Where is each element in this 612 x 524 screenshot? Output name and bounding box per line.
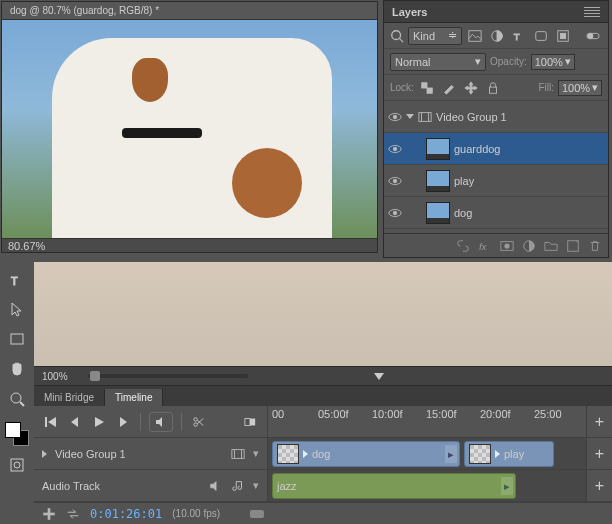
- new-layer-icon[interactable]: [566, 239, 580, 253]
- speaker-icon[interactable]: [209, 479, 223, 493]
- filter-kind-dropdown[interactable]: Kind≑: [408, 27, 462, 45]
- svg-rect-44: [232, 449, 244, 458]
- prev-frame-icon[interactable]: [66, 413, 84, 431]
- svg-text:T: T: [514, 31, 520, 42]
- svg-rect-35: [45, 417, 47, 427]
- zoom-tool-icon[interactable]: [5, 388, 29, 410]
- go-start-icon[interactable]: [42, 413, 60, 431]
- layer-thumbnail: [426, 202, 450, 224]
- lock-brush-icon[interactable]: [440, 79, 458, 97]
- time-ruler[interactable]: 00 05:00f 10:00f 15:00f 20:00f 25:00: [268, 406, 586, 437]
- rectangle-tool-icon[interactable]: [5, 328, 29, 350]
- track-name: Video Group 1: [55, 448, 126, 460]
- playhead-icon[interactable]: [374, 373, 384, 380]
- clip-label: jazz: [277, 480, 297, 492]
- filter-shape-icon[interactable]: [532, 27, 550, 45]
- play-icon[interactable]: [90, 413, 108, 431]
- path-select-tool-icon[interactable]: [5, 298, 29, 320]
- split-icon[interactable]: [190, 413, 208, 431]
- layer-item-guarddog[interactable]: guarddog: [384, 133, 608, 165]
- filter-adjustment-icon[interactable]: [488, 27, 506, 45]
- lock-all-icon[interactable]: [484, 79, 502, 97]
- lock-transparency-icon[interactable]: [418, 79, 436, 97]
- preview-zoom-bar: 100%: [34, 366, 612, 386]
- clip-thumbnail: [277, 444, 299, 464]
- svg-line-32: [20, 402, 24, 406]
- timecode[interactable]: 0:01:26:01: [90, 507, 162, 521]
- svg-rect-5: [536, 31, 547, 40]
- video-track: Video Group 1 ▾ dog ▸ play +: [34, 438, 612, 470]
- preview-zoom[interactable]: 100%: [42, 371, 82, 382]
- svg-marker-37: [71, 417, 78, 427]
- next-frame-icon[interactable]: [114, 413, 132, 431]
- layers-panel: Layers Kind≑ T Normal▾ Opacity: 100%▾ Lo…: [383, 0, 609, 258]
- svg-rect-28: [568, 240, 579, 251]
- settings-icon[interactable]: [42, 507, 56, 521]
- audio-track: Audio Track ▾ jazz ▸ +: [34, 470, 612, 502]
- mask-icon[interactable]: [500, 239, 514, 253]
- clip-play[interactable]: play: [464, 441, 554, 467]
- zoom-level[interactable]: 80.67%: [8, 240, 45, 252]
- visibility-icon[interactable]: [388, 206, 402, 220]
- add-audio-icon[interactable]: +: [586, 470, 612, 501]
- convert-icon[interactable]: [66, 507, 80, 521]
- expand-track-icon[interactable]: [42, 450, 47, 458]
- transition-icon[interactable]: [241, 413, 259, 431]
- filter-type-icon[interactable]: T: [510, 27, 528, 45]
- layer-item-dog[interactable]: dog: [384, 197, 608, 229]
- hand-tool-icon[interactable]: [5, 358, 29, 380]
- timeline-scrub[interactable]: [250, 510, 604, 518]
- lock-move-icon[interactable]: [462, 79, 480, 97]
- clip-handle-icon[interactable]: ▸: [501, 477, 513, 495]
- svg-point-21: [393, 179, 397, 183]
- tab-mini-bridge[interactable]: Mini Bridge: [34, 389, 105, 406]
- visibility-icon[interactable]: [388, 142, 402, 156]
- layer-group[interactable]: Video Group 1: [384, 101, 608, 133]
- music-note-icon[interactable]: [231, 479, 245, 493]
- svg-line-1: [400, 38, 404, 42]
- tab-timeline[interactable]: Timeline: [105, 389, 163, 406]
- link-layers-icon[interactable]: [456, 239, 470, 253]
- zoom-slider[interactable]: [88, 374, 248, 378]
- svg-rect-10: [422, 82, 427, 87]
- clip-jazz[interactable]: jazz ▸: [272, 473, 516, 499]
- document-title: dog @ 80.7% (guardog, RGB/8) *: [2, 2, 377, 20]
- filter-toggle-icon[interactable]: [584, 27, 602, 45]
- quickmask-icon[interactable]: [5, 454, 29, 476]
- svg-point-14: [393, 115, 397, 119]
- add-video-icon[interactable]: +: [586, 438, 612, 469]
- svg-point-41: [194, 422, 197, 425]
- svg-rect-11: [427, 88, 432, 93]
- clip-play-icon: [495, 450, 500, 458]
- clip-label: play: [504, 448, 524, 460]
- trash-icon[interactable]: [588, 239, 602, 253]
- fill-value[interactable]: 100%▾: [558, 80, 602, 96]
- fx-icon[interactable]: fx: [478, 239, 492, 253]
- svg-rect-15: [419, 112, 431, 121]
- svg-rect-12: [489, 87, 496, 93]
- blend-mode-dropdown[interactable]: Normal▾: [390, 53, 486, 71]
- canvas[interactable]: [2, 20, 377, 238]
- clip-handle-icon[interactable]: ▸: [445, 445, 457, 463]
- panel-menu-icon[interactable]: [584, 6, 600, 18]
- mute-icon[interactable]: [149, 412, 173, 432]
- adjustment-icon[interactable]: [522, 239, 536, 253]
- track-name: Audio Track: [42, 480, 100, 492]
- opacity-value[interactable]: 100%▾: [531, 54, 575, 70]
- add-media-icon[interactable]: +: [586, 406, 612, 437]
- layer-item-play[interactable]: play: [384, 165, 608, 197]
- color-swatch[interactable]: [5, 422, 29, 446]
- lock-label: Lock:: [390, 82, 414, 93]
- clip-label: dog: [312, 448, 330, 460]
- filter-smart-icon[interactable]: [554, 27, 572, 45]
- visibility-icon[interactable]: [388, 110, 402, 124]
- layer-name: Video Group 1: [436, 111, 604, 123]
- filter-image-icon[interactable]: [466, 27, 484, 45]
- type-tool-icon[interactable]: T: [5, 268, 29, 290]
- image-content: [52, 38, 332, 238]
- expand-icon[interactable]: [406, 114, 414, 119]
- folder-icon[interactable]: [544, 239, 558, 253]
- film-icon[interactable]: [231, 447, 245, 461]
- visibility-icon[interactable]: [388, 174, 402, 188]
- clip-dog[interactable]: dog ▸: [272, 441, 460, 467]
